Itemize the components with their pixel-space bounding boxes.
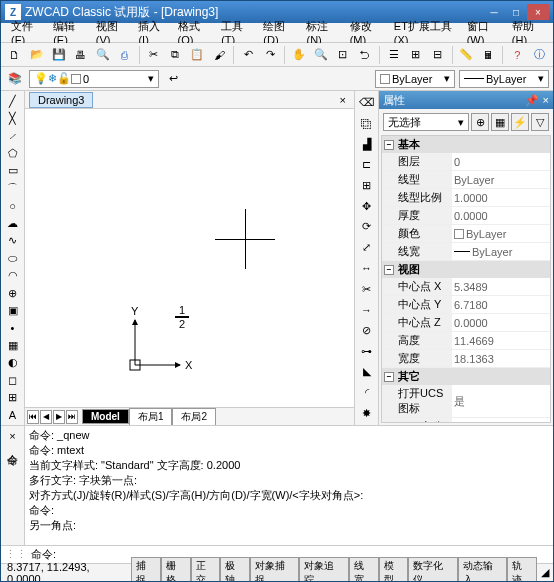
status-模型[interactable]: 模型 [379,557,409,583]
insert-icon[interactable]: ⊕ [3,285,23,301]
open-icon[interactable]: 📂 [27,45,47,65]
prop-row[interactable]: 线型ByLayer [382,171,550,189]
trim-icon[interactable]: ✂ [357,279,377,299]
hatch-icon[interactable]: ▦ [3,337,23,353]
status-线宽[interactable]: 线宽 [349,557,379,583]
pline-icon[interactable]: ⟋ [3,128,23,144]
status-数字化仪[interactable]: 数字化仪 [408,557,457,583]
prop-group-其它[interactable]: 其它 [398,369,420,384]
prop-row[interactable]: 中心点 Y6.7180 [382,296,550,314]
gradient-icon[interactable]: ◐ [3,354,23,370]
revcloud-icon[interactable]: ☁ [3,215,23,231]
fillet-icon[interactable]: ◜ [357,383,377,403]
info-icon[interactable]: ⓘ [529,45,549,65]
status-栅格[interactable]: 栅格 [161,557,191,583]
command-history[interactable]: 命令: _qnew 命令: mtext 当前文字样式: "Standard" 文… [25,426,553,545]
block-icon[interactable]: ▣ [3,302,23,318]
layer-combo[interactable]: 💡❄🔓 0 ▾ [29,70,159,88]
coords-display[interactable]: 8.3717, 11.2493, 0.0000 [1,561,131,583]
zoom-prev-icon[interactable]: ⮌ [355,45,375,65]
prop-row[interactable]: 中心点 Z0.0000 [382,314,550,332]
break-icon[interactable]: ⊘ [357,321,377,341]
color-combo[interactable]: ByLayer ▾ [375,70,455,88]
save-icon[interactable]: 💾 [49,45,69,65]
zoom-icon[interactable]: 🔍 [311,45,331,65]
mirror-icon[interactable]: ▟ [357,134,377,154]
chamfer-icon[interactable]: ◣ [357,362,377,382]
paste-icon[interactable]: 📋 [187,45,207,65]
tab-model[interactable]: Model [82,409,129,424]
cmd-handle-icon[interactable]: ⋮⋮ [5,548,27,561]
point-icon[interactable]: • [3,320,23,336]
prop-row[interactable]: 中心点 X5.3489 [382,278,550,296]
doc-tab[interactable]: Drawing3 [29,92,93,108]
redo-icon[interactable]: ↷ [260,45,280,65]
circle-icon[interactable]: ○ [3,198,23,214]
mtext-icon[interactable]: A [3,407,23,423]
array-icon[interactable]: ⊞ [357,176,377,196]
zoom-win-icon[interactable]: ⊡ [333,45,353,65]
stretch-icon[interactable]: ↔ [357,259,377,279]
move-icon[interactable]: ✥ [357,196,377,216]
rect-icon[interactable]: ▭ [3,163,23,179]
status-对象追踪[interactable]: 对象追踪 [299,557,348,583]
pick-add-icon[interactable]: ⊕ [471,113,489,131]
status-正交[interactable]: 正交 [191,557,221,583]
spline-icon[interactable]: ∿ [3,233,23,249]
explode-icon[interactable]: ✸ [357,403,377,423]
polygon-icon[interactable]: ⬠ [3,145,23,161]
tab-first-icon[interactable]: ⏮ [27,410,39,424]
prop-row[interactable]: 宽度18.1363 [382,350,550,368]
scale-icon[interactable]: ⤢ [357,238,377,258]
tab-layout2[interactable]: 布局2 [172,408,216,426]
layer-prev-icon[interactable]: ↩ [163,69,183,89]
prop-row[interactable]: 线型比例1.0000 [382,189,550,207]
tool-pal-icon[interactable]: ⊟ [428,45,448,65]
prop-group-基本[interactable]: 基本 [398,137,420,152]
filter-icon[interactable]: ▽ [531,113,549,131]
cmd-close-icon[interactable]: × [9,430,15,442]
prop-row[interactable]: 高度11.4669 [382,332,550,350]
preview-icon[interactable]: 🔍 [93,45,113,65]
tab-next-icon[interactable]: ▶ [53,410,65,424]
prop-row[interactable]: 厚度0.0000 [382,207,550,225]
publish-icon[interactable]: ⎙ [115,45,135,65]
prop-close-icon[interactable]: × [543,94,549,107]
tab-prev-icon[interactable]: ◀ [40,410,52,424]
table-icon[interactable]: ⊞ [3,389,23,405]
layer-mgr-icon[interactable]: 📚 [5,69,25,89]
region-icon[interactable]: ◻ [3,372,23,388]
pan-icon[interactable]: ✋ [289,45,309,65]
status-捕捉[interactable]: 捕捉 [131,557,161,583]
xline-icon[interactable]: ╳ [3,110,23,126]
drawing-canvas[interactable]: 1 2 X Y [25,109,354,407]
undo-icon[interactable]: ↶ [238,45,258,65]
prop-row[interactable]: 颜色ByLayer [382,225,550,243]
selection-combo[interactable]: 无选择 ▾ [383,113,469,131]
prop-group-视图[interactable]: 视图 [398,262,420,277]
erase-icon[interactable]: ⌫ [357,93,377,113]
doc-close-icon[interactable]: × [336,94,350,106]
print-icon[interactable]: 🖶 [71,45,91,65]
prop-row[interactable]: 打开UCS图标是 [382,385,550,418]
prop-row[interactable]: UCS名称 [382,418,550,423]
status-轨迹[interactable]: 轨迹 [507,557,537,583]
qselect-icon[interactable]: ⚡ [511,113,529,131]
new-icon[interactable]: 🗋 [5,45,25,65]
select-icon[interactable]: ▦ [491,113,509,131]
props-icon[interactable]: ☰ [384,45,404,65]
copy2-icon[interactable]: ⿻ [357,114,377,134]
dc-icon[interactable]: ⊞ [406,45,426,65]
line-icon[interactable]: ╱ [3,93,23,109]
tab-last-icon[interactable]: ⏭ [66,410,78,424]
prop-row[interactable]: 图层0 [382,153,550,171]
calc-icon[interactable]: 🖩 [478,45,498,65]
lineweight-combo[interactable]: ByLayer ▾ [459,70,549,88]
status-对象捕捉[interactable]: 对象捕捉 [250,557,299,583]
help-icon[interactable]: ? [507,45,527,65]
status-动态输入[interactable]: 动态输入 [458,557,507,583]
prop-row[interactable]: 线宽ByLayer [382,243,550,261]
tab-layout1[interactable]: 布局1 [129,408,173,426]
extend-icon[interactable]: → [357,300,377,320]
join-icon[interactable]: ⊶ [357,341,377,361]
